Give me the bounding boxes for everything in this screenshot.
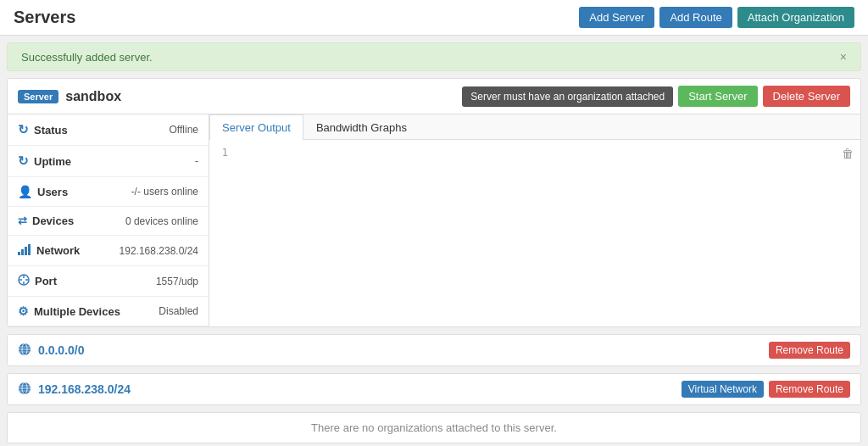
delete-server-button[interactable]: Delete Server bbox=[763, 86, 850, 107]
stat-row-multiple-devices: ⚙ Multiple Devices Disabled bbox=[8, 297, 209, 326]
svg-rect-3 bbox=[28, 244, 31, 255]
route-actions-0: Remove Route bbox=[769, 342, 850, 359]
output-tabs: Server Output Bandwidth Graphs bbox=[209, 114, 860, 140]
server-card: Server sandbox Server must have an organ… bbox=[7, 78, 861, 327]
stat-label-devices: Devices bbox=[32, 215, 74, 227]
stat-label-uptime: Uptime bbox=[34, 155, 71, 168]
status-icon: ↻ bbox=[18, 122, 29, 137]
trash-icon[interactable]: 🗑 bbox=[842, 147, 854, 160]
org-message: There are no organizations attached to t… bbox=[311, 421, 557, 434]
stat-label-network: Network bbox=[36, 244, 80, 257]
server-label-group: Server sandbox bbox=[18, 89, 121, 104]
output-content: 🗑 1 bbox=[209, 140, 860, 315]
virtual-network-button-1[interactable]: Virtual Network bbox=[682, 381, 764, 398]
stat-value-devices: 0 devices online bbox=[125, 215, 198, 227]
stat-label-port: Port bbox=[35, 275, 57, 287]
success-banner: Successfully added server. × bbox=[7, 42, 861, 71]
org-section: There are no organizations attached to t… bbox=[7, 412, 861, 443]
stat-value-network: 192.168.238.0/24 bbox=[120, 245, 198, 257]
globe-icon-1 bbox=[18, 382, 31, 398]
stat-value-status: Offline bbox=[170, 124, 198, 136]
tab-server-output[interactable]: Server Output bbox=[209, 114, 303, 140]
start-server-button[interactable]: Start Server bbox=[678, 86, 757, 107]
stat-row-uptime: ↻ Uptime - bbox=[8, 146, 209, 177]
server-body: ↻ Status Offline ↻ Uptime - 👤 Users -/- … bbox=[8, 114, 860, 326]
stat-value-uptime: - bbox=[195, 155, 198, 167]
add-server-button[interactable]: Add Server bbox=[579, 7, 654, 28]
stat-label-multiple-devices: Multiple Devices bbox=[34, 305, 120, 318]
stat-value-users: -/- users online bbox=[131, 186, 198, 198]
page-title: Servers bbox=[14, 8, 75, 27]
attach-org-button[interactable]: Attach Organization bbox=[737, 7, 854, 28]
must-attach-message: Server must have an organization attache… bbox=[462, 86, 673, 107]
stat-row-status: ↻ Status Offline bbox=[8, 114, 209, 146]
header-buttons: Add Server Add Route Attach Organization bbox=[579, 7, 854, 28]
port-icon bbox=[18, 274, 30, 288]
output-text bbox=[236, 147, 854, 308]
stat-label-status: Status bbox=[34, 124, 68, 137]
route-row-1: 192.168.238.0/24 Virtual Network Remove … bbox=[7, 373, 861, 405]
remove-route-button-1[interactable]: Remove Route bbox=[769, 381, 850, 398]
server-actions: Server must have an organization attache… bbox=[462, 86, 850, 107]
server-stats-panel: ↻ Status Offline ↻ Uptime - 👤 Users -/- … bbox=[8, 114, 209, 326]
stat-row-port: Port 1557/udp bbox=[8, 266, 209, 297]
output-area: 1 bbox=[216, 147, 854, 308]
svg-rect-1 bbox=[21, 249, 24, 255]
server-name: sandbox bbox=[65, 89, 121, 104]
route-row-0: 0.0.0.0/0 Remove Route bbox=[7, 334, 861, 366]
stat-row-devices: ⇄ Devices 0 devices online bbox=[8, 207, 209, 236]
server-output-panel: Server Output Bandwidth Graphs 🗑 1 bbox=[209, 114, 860, 326]
success-message: Successfully added server. bbox=[21, 51, 153, 64]
route-actions-1: Virtual Network Remove Route bbox=[682, 381, 850, 398]
stat-row-users: 👤 Users -/- users online bbox=[8, 177, 209, 207]
svg-rect-2 bbox=[25, 247, 27, 255]
tab-bandwidth-graphs[interactable]: Bandwidth Graphs bbox=[303, 114, 420, 140]
header: Servers Add Server Add Route Attach Orga… bbox=[0, 0, 868, 36]
network-icon bbox=[18, 243, 31, 258]
add-route-button[interactable]: Add Route bbox=[659, 7, 732, 28]
stat-value-port: 1557/udp bbox=[156, 276, 198, 287]
close-banner-button[interactable]: × bbox=[840, 50, 847, 64]
users-icon: 👤 bbox=[18, 185, 32, 198]
server-badge: Server bbox=[18, 90, 58, 103]
route-address-1: 192.168.238.0/24 bbox=[38, 382, 131, 396]
stat-label-users: Users bbox=[37, 186, 68, 198]
line-numbers: 1 bbox=[216, 147, 236, 308]
stat-value-multiple-devices: Disabled bbox=[159, 305, 198, 317]
remove-route-button-0[interactable]: Remove Route bbox=[769, 342, 850, 359]
devices-icon: ⇄ bbox=[18, 215, 27, 227]
stat-row-network: Network 192.168.238.0/24 bbox=[8, 236, 209, 266]
gear-icon: ⚙ bbox=[18, 304, 29, 318]
svg-rect-0 bbox=[18, 252, 20, 255]
route-address-0: 0.0.0.0/0 bbox=[38, 343, 85, 357]
server-card-header: Server sandbox Server must have an organ… bbox=[8, 79, 860, 114]
globe-icon-0 bbox=[18, 343, 31, 359]
uptime-icon: ↻ bbox=[18, 153, 29, 169]
